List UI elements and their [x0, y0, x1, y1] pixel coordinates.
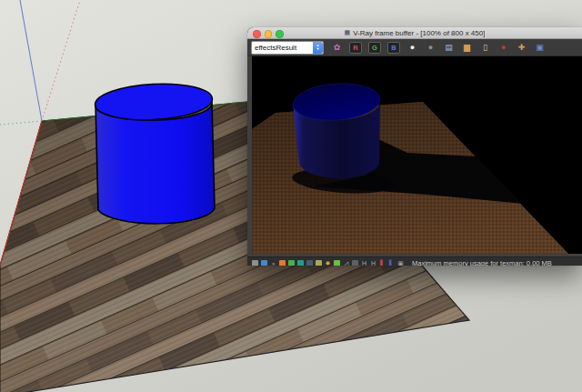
titlebar[interactable]: ▦ V-Ray frame buffer - [100% of 800 x 45…: [247, 27, 582, 39]
status-icon-correction[interactable]: [261, 260, 267, 266]
minimize-button[interactable]: [265, 30, 273, 38]
vray-frame-buffer-window[interactable]: ▦ V-Ray frame buffer - [100% of 800 x 45…: [247, 27, 582, 266]
close-button[interactable]: [253, 30, 261, 38]
zoom-button[interactable]: [276, 30, 284, 38]
vray-window-icon: ▦: [345, 29, 351, 36]
statusbar-icon-strip: ●✸◿HH▌▌▣: [252, 260, 404, 266]
save-image-icon[interactable]: ▤: [443, 42, 455, 54]
vfb-toolbar: effectsResult ▲▼ ✿RGB●●▤▆▯●✚▣: [247, 39, 582, 56]
blue-cylinder-model[interactable]: [95, 81, 215, 224]
status-icon-sphere[interactable]: ●: [270, 260, 276, 266]
status-icon-frame[interactable]: ▣: [397, 260, 404, 266]
screenshot-root: ▦ V-Ray frame buffer - [100% of 800 x 45…: [0, 0, 582, 392]
status-icon-histogram-1[interactable]: H: [361, 260, 367, 266]
status-icon-red-bar[interactable]: ▌: [379, 260, 386, 266]
gray-view-icon[interactable]: ●: [425, 42, 436, 54]
status-icon-gray[interactable]: [352, 260, 358, 266]
status-icon-lut[interactable]: [334, 260, 340, 266]
status-icon-exposure[interactable]: ✸: [325, 260, 331, 266]
window-title-text: V-Ray frame buffer - [100% of 800 x 450]: [353, 29, 485, 37]
white-view-icon[interactable]: ●: [406, 42, 418, 54]
compare-images-icon[interactable]: ✚: [516, 42, 527, 54]
render-area: [247, 56, 582, 256]
color-channels-icon[interactable]: ✿: [331, 42, 343, 54]
status-icon-histogram-2[interactable]: H: [370, 260, 376, 266]
clipboard-icon[interactable]: ▯: [479, 42, 491, 54]
status-icon-blue-bar[interactable]: ▌: [388, 260, 395, 266]
camera-icon[interactable]: ▣: [534, 42, 546, 54]
channel-select-value: effectsResult: [252, 44, 296, 52]
render-cylinder: [292, 81, 382, 178]
statusbar-message: Maximum memory usage for texman: 0.00 MB: [412, 259, 552, 266]
toolbar-icon-strip: ✿RGB●●▤▆▯●✚▣: [331, 42, 546, 54]
red-channel-button[interactable]: R: [349, 42, 362, 54]
dropdown-stepper-icon[interactable]: ▲▼: [313, 42, 323, 54]
status-icon-olive[interactable]: [316, 260, 322, 266]
traffic-lights: [253, 30, 284, 38]
blue-channel-button[interactable]: B: [387, 42, 400, 54]
status-icon-orange-bars[interactable]: [279, 260, 286, 266]
status-icon-slate[interactable]: [306, 260, 313, 266]
open-folder-icon[interactable]: ▆: [461, 42, 473, 54]
green-channel-button[interactable]: G: [368, 42, 381, 54]
status-icon-curve[interactable]: ◿: [343, 260, 349, 266]
window-title: ▦ V-Ray frame buffer - [100% of 800 x 45…: [345, 29, 486, 37]
status-icon-green[interactable]: [288, 260, 295, 266]
channel-select-dropdown[interactable]: effectsResult ▲▼: [251, 41, 324, 55]
status-icon-teal[interactable]: [297, 260, 304, 266]
render-last-icon[interactable]: ●: [497, 42, 509, 54]
vfb-statusbar: ●✸◿HH▌▌▣ Maximum memory usage for texman…: [247, 256, 582, 266]
status-icon-monitor[interactable]: [252, 260, 258, 266]
rendered-image: [252, 56, 582, 254]
